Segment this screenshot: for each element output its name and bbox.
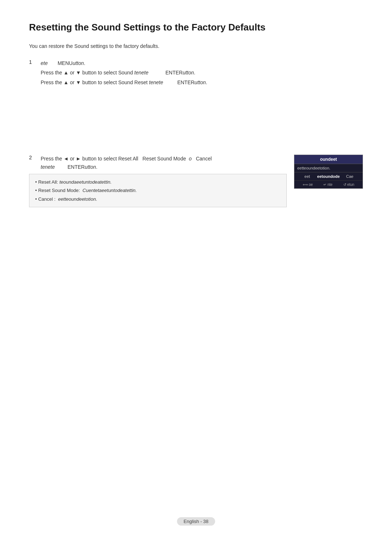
step2-utton: utton bbox=[85, 164, 96, 170]
bullet-item-2: • Reset Sound Mode: Cuentetaeetuntodeate… bbox=[35, 187, 281, 194]
step2-number: 2 bbox=[29, 155, 39, 160]
tv-panel: oundeet eetteoundeetotion. eet eetoundod… bbox=[294, 155, 363, 189]
tv-panel-title: oundeet bbox=[294, 155, 363, 164]
step1-number: 1 bbox=[29, 59, 39, 65]
bullet3-italic: eetteoundeetotion. bbox=[58, 196, 97, 202]
step1-line2: Press the ▲ or ▼ button to select Sound … bbox=[41, 69, 363, 77]
step1-content: ete MENUutton. Press the ▲ or ▼ button t… bbox=[41, 59, 363, 88]
tv-panel-subtitle: eetteoundeetotion. bbox=[294, 164, 363, 172]
tv-col-3: Cae bbox=[340, 174, 360, 179]
step1-tenete1: tenete bbox=[134, 70, 148, 75]
bullet2-italic: Cuentetaeetuntodeatettin. bbox=[82, 188, 137, 193]
step2-left: 2 Press the ◄ or ► button to select Rese… bbox=[29, 155, 287, 207]
tv-panel-items: eet eetoundode Cae bbox=[294, 172, 363, 181]
step1-utton3: utton bbox=[195, 79, 206, 85]
page-title: Resetting the Sound Settings to the Fact… bbox=[29, 22, 363, 33]
step2-section: 2 Press the ◄ or ► button to select Rese… bbox=[29, 155, 363, 207]
spacer bbox=[29, 97, 363, 147]
bullet1-italic: teoundaeetuntodeatettin. bbox=[60, 179, 112, 185]
step1-utton2: utton bbox=[183, 70, 194, 75]
bullet-item-3: • Cancel : eetteoundeetotion. bbox=[35, 196, 281, 203]
step1-ete: ete bbox=[41, 60, 48, 66]
tv-col-2: eetoundode bbox=[317, 174, 340, 179]
step2-tenete: tenete bbox=[41, 164, 55, 170]
footer-badge: English - 38 bbox=[177, 517, 215, 526]
page-container: Resetting the Sound Settings to the Fact… bbox=[0, 0, 392, 236]
step2-desc: Press the ◄ or ► button to select Reset … bbox=[41, 155, 287, 171]
tv-panel-nav: ⟺ oe ↵ nte ↺ etun bbox=[294, 181, 363, 188]
tv-col-1: eet bbox=[297, 174, 317, 179]
step1-tenete2: tenete bbox=[149, 79, 163, 85]
step1-section: 1 ete MENUutton. Press the ▲ or ▼ button… bbox=[29, 59, 363, 88]
nav-item-3: ↺ etun bbox=[343, 183, 354, 187]
step1-utton: utton bbox=[73, 60, 84, 66]
page-footer: English - 38 bbox=[177, 518, 215, 524]
step1-line3: Press the ▲ or ▼ button to select Sound … bbox=[41, 78, 363, 86]
intro-text: You can restore the Sound settings to th… bbox=[29, 43, 363, 49]
nav-item-1: ⟺ oe bbox=[303, 183, 313, 187]
step1-row: 1 ete MENUutton. Press the ▲ or ▼ button… bbox=[29, 59, 363, 88]
bullets-box: • Reset All: teoundaeetuntodeatettin. • … bbox=[29, 174, 287, 208]
step2-header: 2 Press the ◄ or ► button to select Rese… bbox=[29, 155, 287, 171]
bullet-item-1: • Reset All: teoundaeetuntodeatettin. bbox=[35, 179, 281, 186]
step1-line1: ete MENUutton. bbox=[41, 59, 363, 67]
nav-item-2: ↵ nte bbox=[323, 183, 332, 187]
